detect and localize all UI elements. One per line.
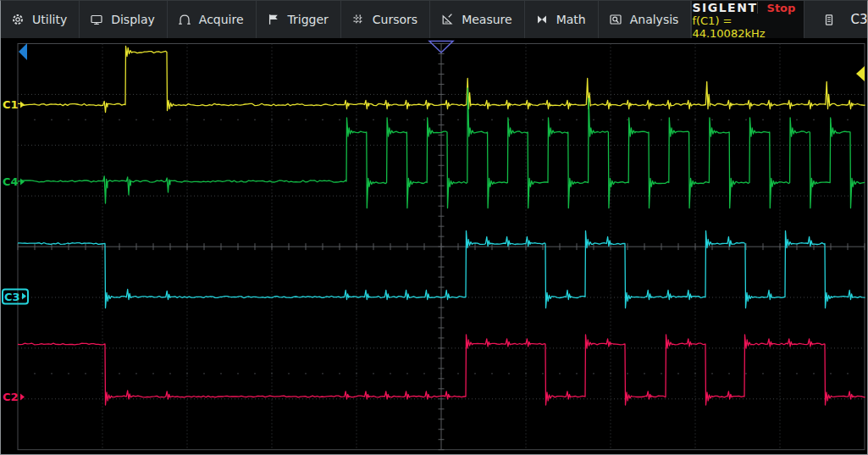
menu-item-utility[interactable]: Utility [1,1,80,38]
acquisition-status[interactable]: Stop [758,2,804,14]
monitor-icon [90,13,103,26]
channel-offset-arrow-icon [20,101,25,108]
bowtie-icon [535,13,549,26]
channel-offset-arrow-icon [20,393,25,400]
trigger-level-marker [856,66,865,81]
channel-label-c1[interactable]: C1 [3,99,25,110]
oscilloscope-screen: UtilityDisplayAcquireTriggerCursorsMeasu… [0,0,868,455]
brand-logo: SIGLENT [692,1,757,14]
channel-label-c4[interactable]: C4 [3,176,25,187]
arch-icon [178,13,191,26]
menu-item-display[interactable]: Display [80,1,168,38]
menu-item-trigger[interactable]: Trigger [257,1,341,38]
menu-item-acquire[interactable]: Acquire [168,1,257,38]
set-square-icon [440,13,454,26]
channel-label-c2[interactable]: C2 [3,391,25,402]
menu-bar-right-section: C3 [804,1,867,38]
menu-bar: UtilityDisplayAcquireTriggerCursorsMeasu… [1,1,867,38]
status-box-top-row: SIGLENT Stop [692,1,804,14]
menu-bar-items: UtilityDisplayAcquireTriggerCursorsMeasu… [1,1,691,38]
channel-offset-arrow-icon [20,178,25,185]
waveform-display [1,1,868,455]
channel-offset-arrow-icon [22,293,26,300]
folder-search-icon [609,13,622,26]
menu-item-math[interactable]: Math [525,1,599,38]
gear-icon [11,13,25,26]
hash-grid-icon [351,13,365,26]
menu-item-cursors[interactable]: Cursors [341,1,430,38]
channel-label-c3[interactable]: C3 [2,288,29,304]
status-box: SIGLENT Stop f(C1) = 44.10082kHz [691,1,804,38]
menu-item-analysis[interactable]: Analysis [599,1,692,38]
measurement-readout: f(C1) = 44.10082kHz [692,14,804,40]
clipboard-icon[interactable] [822,13,836,26]
menu-item-measure[interactable]: Measure [430,1,525,38]
flag-icon [267,13,280,26]
active-channel-indicator[interactable]: C3 [850,12,867,27]
trigger-position-offscreen-arrow [19,43,27,60]
